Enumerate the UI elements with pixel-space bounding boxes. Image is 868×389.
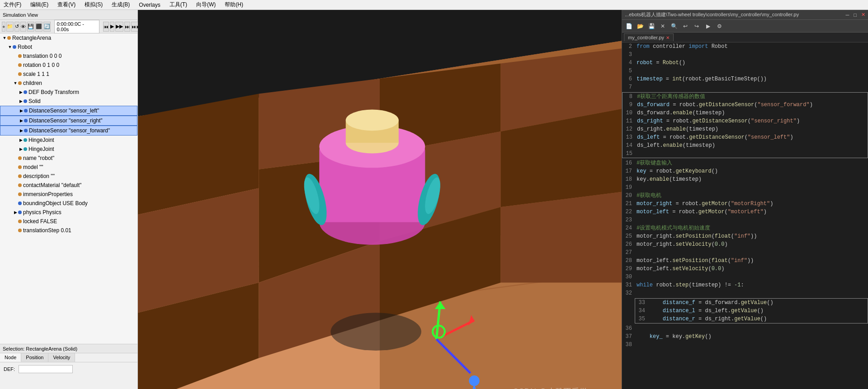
code-line-19: 19 bbox=[622, 183, 868, 192]
editor-save-btn[interactable]: 💾 bbox=[646, 22, 656, 31]
menu-wizard[interactable]: 向导(W) bbox=[194, 0, 217, 9]
code-line-18: 18 key.enable(timestep) bbox=[622, 175, 868, 183]
expand-rectangle-arena[interactable]: ▼ bbox=[2, 35, 7, 41]
code-line-3: 3 bbox=[622, 51, 868, 59]
tree-name[interactable]: ▶ name "robot" bbox=[0, 154, 137, 163]
expand-ds-forward[interactable]: ▶ bbox=[19, 128, 24, 133]
fast-btn[interactable]: ⏭ bbox=[124, 22, 130, 32]
tree-rotation[interactable]: ▶ rotation 0 1 0 0 bbox=[0, 61, 137, 70]
editor-run-btn[interactable]: ▶ bbox=[703, 22, 713, 31]
expand-hinge-2[interactable]: ▶ bbox=[18, 146, 24, 152]
code-line-8: 8 #获取三个距离传感器的数值 bbox=[623, 93, 868, 101]
tree-translation[interactable]: ▶ translation 0 0 0 bbox=[0, 52, 137, 61]
code-line-27: 27 bbox=[622, 248, 868, 257]
open-btn[interactable]: 📁 bbox=[6, 22, 14, 32]
expand-def-body[interactable]: ▶ bbox=[18, 89, 24, 95]
tree-solid[interactable]: ▶ Solid bbox=[0, 97, 137, 106]
menu-overlays[interactable]: Overlays bbox=[137, 1, 162, 9]
expand-physics[interactable]: ▶ bbox=[13, 210, 18, 215]
tree-panel[interactable]: ▼ RectangleArena ▼ Robot ▶ translation 0… bbox=[0, 33, 137, 344]
menu-help[interactable]: 帮助(H) bbox=[223, 0, 245, 9]
tree-physics[interactable]: ▶ physics Physics bbox=[0, 208, 137, 217]
tree-rectangle-arena[interactable]: ▼ RectangleArena bbox=[0, 33, 137, 42]
status-text: Selection: RectangleArena (Solid) bbox=[3, 346, 77, 352]
tree-hinge-2[interactable]: ▶ HingeJoint bbox=[0, 145, 137, 154]
code-line-6: 6 timestep = int(robot.getBasicTimeStep(… bbox=[622, 75, 868, 83]
export-btn[interactable]: ⬛ bbox=[35, 22, 42, 32]
expand-children[interactable]: ▼ bbox=[13, 80, 18, 86]
step-btn[interactable]: ▶ bbox=[110, 22, 114, 32]
tree-robot[interactable]: ▼ Robot bbox=[0, 42, 137, 52]
tab-position[interactable]: Position bbox=[21, 353, 48, 362]
tree-ds-forward[interactable]: ▶ DistanceSensor "sensor_forward" bbox=[0, 126, 137, 136]
tree-translation-step[interactable]: ▶ translationStep 0.01 bbox=[0, 226, 137, 235]
rectangle-arena-label: RectangleArena bbox=[12, 34, 51, 42]
code-line-30: 30 bbox=[622, 273, 868, 281]
hinge-1-label: HingeJoint bbox=[28, 136, 54, 144]
dot-hinge-1 bbox=[24, 138, 27, 142]
editor-tab-name: my_controller.py bbox=[628, 35, 664, 40]
editor-tab-close-btn[interactable]: ✕ bbox=[666, 35, 670, 40]
tree-contact-material[interactable]: ▶ contactMaterial "default" bbox=[0, 181, 137, 190]
menu-build[interactable]: 生成(B) bbox=[110, 0, 132, 9]
editor-close-file-btn[interactable]: ✕ bbox=[658, 22, 668, 31]
editor-settings-btn[interactable]: ⚙ bbox=[714, 22, 724, 31]
tree-model[interactable]: ▶ model "" bbox=[0, 163, 137, 172]
save-btn[interactable]: 💾 bbox=[27, 22, 34, 32]
expand-ds-right[interactable]: ▶ bbox=[19, 118, 24, 123]
editor-maximize-btn[interactable]: □ bbox=[854, 12, 857, 18]
new-btn[interactable]: + bbox=[2, 22, 5, 32]
editor-title: ...ebots机器人描建\Two-wheel trolley\controll… bbox=[625, 11, 843, 18]
code-block-sensors: 8 #获取三个距离传感器的数值 9 ds_forward = robot.get… bbox=[622, 92, 868, 158]
tree-bounding[interactable]: ▶ boundingObject USE Body bbox=[0, 199, 137, 208]
tab-node[interactable]: Node bbox=[0, 353, 21, 362]
tree-locked[interactable]: ▶ locked FALSE bbox=[0, 217, 137, 226]
svg-point-38 bbox=[469, 375, 479, 386]
editor-undo-btn[interactable]: ↩ bbox=[680, 22, 690, 31]
editor-search-btn[interactable]: 🔍 bbox=[669, 22, 679, 31]
code-editor[interactable]: 2 from controller import Robot 3 4 robot… bbox=[622, 42, 868, 389]
viewport[interactable]: CSDN @小雅不采微 bbox=[138, 10, 622, 389]
expand-hinge-1[interactable]: ▶ bbox=[18, 137, 24, 143]
refresh-btn[interactable]: 🔄 bbox=[43, 22, 51, 32]
tree-children[interactable]: ▼ children bbox=[0, 79, 137, 88]
menu-simulate[interactable]: 模拟(S) bbox=[83, 0, 104, 9]
def-input[interactable] bbox=[19, 365, 73, 373]
dot-description bbox=[18, 174, 22, 178]
editor-file-tab[interactable]: my_controller.py ✕ bbox=[624, 33, 674, 41]
editor-open-btn[interactable]: 📂 bbox=[635, 22, 645, 31]
menu-tools[interactable]: 工具(T) bbox=[168, 0, 189, 9]
expand-solid[interactable]: ▶ bbox=[18, 98, 24, 104]
tab-velocity[interactable]: Velocity bbox=[48, 353, 75, 362]
tree-hinge-1[interactable]: ▶ HingeJoint bbox=[0, 136, 137, 145]
reload-btn[interactable]: ↺ bbox=[14, 22, 19, 32]
expand-ds-left[interactable]: ▶ bbox=[19, 108, 24, 113]
play-btn[interactable]: ▶▶ bbox=[115, 22, 123, 32]
code-line-24: 24 #设置电机模式与电机初始速度 bbox=[622, 224, 868, 232]
tree-scale[interactable]: ▶ scale 1 1 1 bbox=[0, 70, 137, 79]
eye-btn[interactable]: 👁 bbox=[20, 22, 26, 32]
code-line-16: 16 #获取键盘输入 bbox=[622, 159, 868, 167]
tabs-row: Node Position Velocity bbox=[0, 353, 137, 362]
editor-close-btn[interactable]: ✕ bbox=[861, 12, 865, 18]
tree-ds-left[interactable]: ▶ DistanceSensor "sensor_left" bbox=[0, 106, 137, 116]
code-line-5: 5 bbox=[622, 67, 868, 75]
expand-robot[interactable]: ▼ bbox=[7, 44, 13, 50]
step-back-btn[interactable]: ⏮ bbox=[103, 22, 109, 32]
tree-def-body-transform[interactable]: ▶ DEF Body Transform bbox=[0, 88, 137, 97]
editor-minimize-btn[interactable]: ─ bbox=[846, 12, 849, 18]
dot-rectangle-arena bbox=[7, 36, 11, 40]
dot-translation bbox=[18, 54, 22, 58]
model-label: model "" bbox=[23, 163, 43, 171]
editor-redo-btn[interactable]: ↪ bbox=[692, 22, 702, 31]
menu-view[interactable]: 查看(V) bbox=[56, 0, 77, 9]
menu-file[interactable]: 文件(F) bbox=[2, 0, 23, 9]
menu-edit[interactable]: 编辑(E) bbox=[28, 0, 50, 9]
tree-description[interactable]: ▶ description "" bbox=[0, 172, 137, 181]
tree-immersion[interactable]: ▶ immersionProperties bbox=[0, 190, 137, 199]
tree-ds-right[interactable]: ▶ DistanceSensor "sensor_right" bbox=[0, 116, 137, 126]
code-line-15: 15 bbox=[623, 150, 868, 158]
editor-new-btn[interactable]: 📄 bbox=[624, 22, 634, 31]
description-label: description "" bbox=[23, 172, 55, 180]
code-line-38: 38 bbox=[622, 341, 868, 349]
